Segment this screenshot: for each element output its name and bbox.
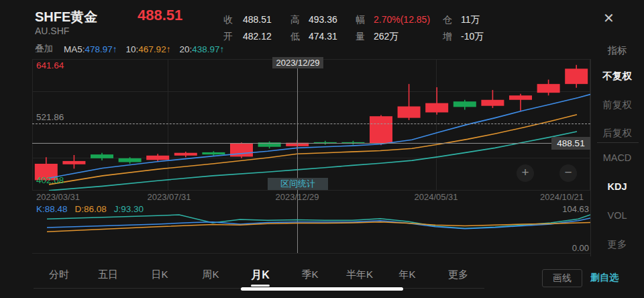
stat-label-open-interest: 仓 [443,14,452,26]
kdj-k-value: K:88.48 [36,204,68,214]
y-axis-min-label: 402.08 [36,175,64,185]
tab-more[interactable]: 更多 [448,268,468,281]
crosshair-horizontal-line [32,143,590,144]
stat-label-high: 高 [290,14,300,26]
sidebar-item-vol[interactable]: VOL [590,210,644,221]
candlestick-chart[interactable] [32,59,590,191]
kdj-j-value: J:93.30 [114,204,144,214]
crosshair-date-tooltip: 2023/12/29 [272,57,323,68]
stat-value-open: 482.12 [243,31,272,42]
draw-line-button[interactable]: 画线 [542,269,582,287]
stat-value-oi-change: -10万 [461,31,484,43]
active-tab-underline [251,285,270,287]
stat-value-volume: 262万 [374,31,398,43]
stat-label-open: 开 [223,31,233,43]
ma5-readout: MA5:478.97↑ [64,44,117,54]
stat-value-close: 488.51 [243,14,272,25]
instrument-title: SHFE黄金 [35,8,97,26]
home-indicator [241,287,403,291]
kdj-d-value: D:86.08 [75,204,107,214]
stat-label-low: 低 [290,31,300,43]
sidebar-item-macd[interactable]: MACD [590,152,644,163]
overlay-toggle[interactable]: 叠加 [35,43,53,55]
sidebar-item-no-adjust[interactable]: 不复权 [590,70,644,83]
sidebar-item-more[interactable]: 更多 [590,238,644,251]
tab-half-year-k[interactable]: 半年K [346,268,373,281]
sidebar-section-divider [597,142,639,143]
stat-value-low: 474.31 [309,31,337,42]
stat-label-change: 幅 [356,14,365,26]
tab-intraday[interactable]: 分时 [49,268,69,281]
last-price: 488.51 [138,7,182,24]
x-axis-label-3: 2024/05/31 [414,192,458,202]
crosshair-price-tag: 488.51 [551,137,590,150]
kdj-max-label: 104.63 [551,204,589,214]
tab-five-day[interactable]: 五日 [98,268,118,281]
sidebar-item-backward-adjust[interactable]: 后复权 [590,127,644,140]
sidebar-header-indicators: 指标 [590,44,644,57]
x-axis-label-2: 2023/12/29 [275,192,319,202]
tab-monthly-k[interactable]: 月K [251,268,270,283]
trading-app-window: SHFE黄金 488.51 AU.SHF 收 488.51 高 493.36 幅… [0,0,644,298]
stat-label-close: 收 [223,14,233,26]
delete-watchlist-button[interactable]: 删自选 [590,272,619,284]
tab-yearly-k[interactable]: 年K [398,268,415,281]
kdj-readout: K:88.48 D:86.08 J:93.30 [36,204,144,214]
y-axis-mid-label: 521.86 [36,112,64,122]
sidebar-item-forward-adjust[interactable]: 前复权 [590,99,644,111]
zoom-in-button[interactable]: + [517,164,534,182]
range-statistics-button[interactable]: 区间统计 [268,178,328,190]
instrument-symbol: AU.SHF [35,26,69,36]
stat-value-change: 2.70%(12.85) [374,14,430,25]
tab-quarterly-k[interactable]: 季K [301,268,318,281]
stat-label-oi-change: 增 [443,31,452,43]
x-axis-label-1: 2023/07/31 [147,192,191,202]
x-axis-label-4: 2024/10/21 [540,192,584,202]
stat-value-open-interest: 11万 [461,14,480,26]
x-axis-label-0: 2023/03/31 [36,192,80,202]
ma-overlay-bar: 叠加 MA5:478.97↑ 10:467.92↑ 20:438.97↑ [35,43,233,55]
tab-weekly-k[interactable]: 周K [202,268,219,281]
dashed-level-line [32,123,590,124]
tab-daily-k[interactable]: 日K [151,268,168,281]
stat-value-high: 493.36 [309,14,337,25]
kdj-panel-border [32,253,590,254]
zoom-out-button[interactable]: − [559,164,577,182]
ma20-readout: 20:438.97↑ [179,44,224,54]
sidebar-item-kdj[interactable]: KDJ [590,181,644,192]
close-icon[interactable]: ✕ [603,10,614,26]
ma10-readout: 10:467.92↑ [126,44,171,54]
stat-label-volume: 量 [356,31,365,43]
kdj-min-label: 0.00 [551,243,589,253]
y-axis-max-label: 641.64 [36,60,64,70]
